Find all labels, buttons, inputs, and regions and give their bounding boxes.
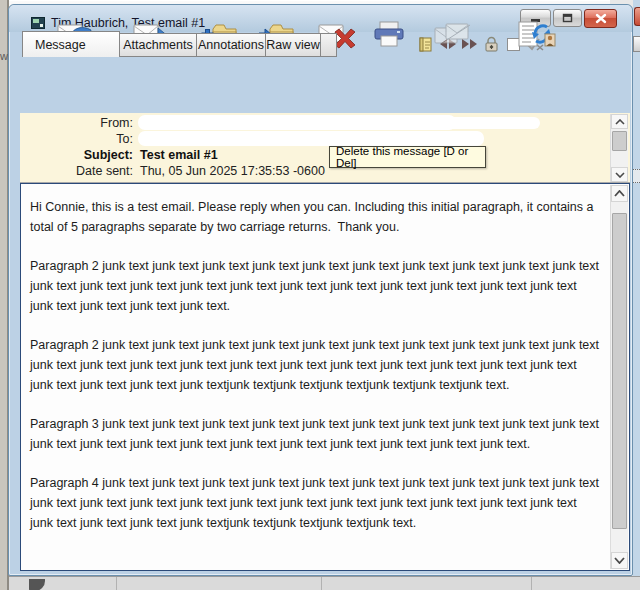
subject-value: Test email #1 [140,148,218,164]
body-scroll-track[interactable] [611,202,628,552]
tab-attachments[interactable]: Attachments [120,33,197,57]
close-button[interactable] [584,9,617,28]
tab-strip-end [321,33,337,57]
redacted-from-value [138,115,456,130]
header-scroll-thumb[interactable] [612,131,627,151]
tab-label: Annotations [198,38,264,52]
tab-label: Message [35,38,86,52]
grid-line [116,577,117,590]
tab-label: Raw view [266,38,320,52]
tooltip-text: Delete this message [D or Del] [336,145,485,169]
tab-message[interactable]: Message [22,31,120,57]
print-icon [372,21,406,53]
background-window-right-fragment [633,0,640,576]
background-window-bottom-fragment [9,576,640,590]
body-scroll-thumb[interactable] [612,213,627,529]
body-scroll-up-button[interactable] [611,185,628,202]
date-sent-value: Thu, 05 Jun 2025 17:35:53 -0600 [140,164,325,180]
tab-label: Attachments [123,38,192,52]
paragraph: Paragraph 2 junk text junk text junk tex… [30,335,602,395]
grid-line [321,577,322,590]
digest-icon [434,21,474,53]
header-row-to: To: [20,132,140,148]
tooltip: Delete this message [D or Del] [329,146,486,168]
message-body-panel: Hi Connie, this is a test email. Please … [20,183,630,571]
chevron-down-icon [615,172,625,178]
tab-strip: Attachments Annotations Raw view [120,33,337,57]
message-text: Hi Connie, this is a test email. Please … [30,197,602,552]
redacted-to-value [138,131,484,146]
chevron-down-icon [614,557,625,564]
header-scroll-track[interactable] [611,129,628,167]
header-scroll-up-button[interactable] [611,114,628,129]
from-label: From: [20,116,133,132]
maximize-icon [562,13,573,23]
header-scrollbar[interactable] [610,114,628,182]
message-header-panel: From: To: Subject: Test email #1 Date se… [20,113,630,183]
paragraph: Paragraph 4 junk text junk text junk tex… [30,473,602,533]
tab-annotations[interactable]: Annotations [197,33,266,57]
redacted-from-value [420,117,540,129]
message-app-icon [31,17,45,29]
lock-icon[interactable] [483,35,500,53]
to-label: To: [20,132,133,148]
maximize-button[interactable] [553,9,582,27]
header-row-subject: Subject: Test email #1 [20,148,218,164]
header-row-date: Date sent: Thu, 05 Jun 2025 17:35:53 -06… [20,164,325,180]
body-scrollbar[interactable] [610,185,628,569]
notes-icon[interactable] [417,35,434,53]
date-sent-label: Date sent: [20,164,133,180]
chevron-up-icon [615,119,625,125]
header-scroll-down-button[interactable] [611,167,628,182]
body-scroll-down-button[interactable] [611,552,628,569]
background-window-button-fragment [633,36,640,52]
background-close-button-fragment [634,7,640,26]
header-row-from: From: [20,116,140,132]
background-fragment-icon [29,579,45,590]
tab-raw-view[interactable]: Raw view [266,33,321,57]
close-icon [595,13,607,24]
chevron-up-icon [614,190,625,197]
paragraph: Hi Connie, this is a test email. Please … [30,197,602,237]
subject-label: Subject: [20,148,133,164]
background-fragment-text: w [0,50,8,62]
background-dotted-edge [633,169,640,183]
view-icon [518,21,556,53]
grid-line [531,577,532,590]
paragraph: Paragraph 3 junk text junk text junk tex… [30,414,602,454]
paragraph: Paragraph 2 junk text junk text junk tex… [30,256,602,316]
